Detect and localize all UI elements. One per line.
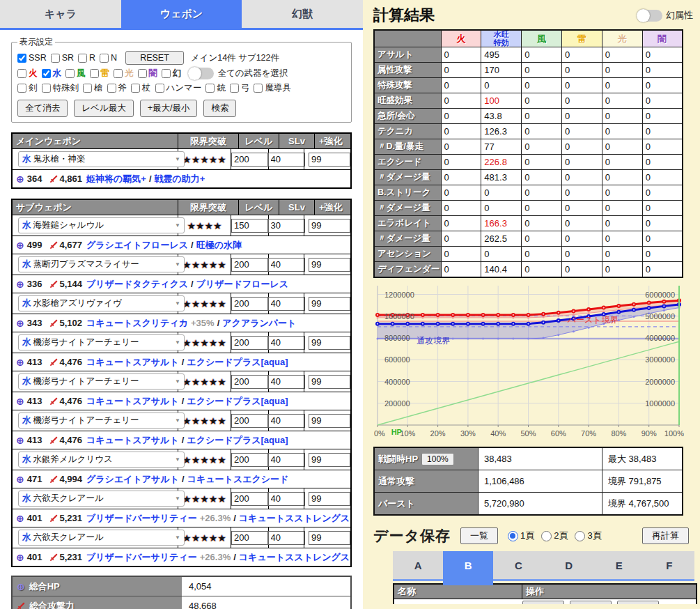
limit-break-stars[interactable]: ★★★★★	[182, 493, 226, 504]
n-checkbox[interactable]	[100, 54, 109, 63]
magic-tool-checkbox[interactable]	[254, 84, 263, 93]
level-input[interactable]	[231, 336, 268, 350]
bow-checkbox[interactable]	[230, 84, 239, 93]
weapon-select[interactable]: 水蒸断刃プラズマスライサー▼	[18, 256, 185, 272]
clear-all-button[interactable]: 全て消去	[17, 100, 68, 117]
limit-break-stars[interactable]: ★★★★★	[182, 259, 226, 270]
weapon-skill-link-2[interactable]: 旺極の水陣	[196, 239, 242, 252]
save-row-button[interactable]	[570, 601, 612, 604]
limit-break-stars[interactable]: ★★★★★	[182, 376, 226, 387]
reset-button[interactable]: RESET	[125, 51, 184, 65]
filter-type-hammer[interactable]: ハンマー	[155, 82, 202, 94]
filter-type-gun[interactable]: 銃	[205, 82, 226, 94]
wind-checkbox[interactable]	[65, 69, 75, 78]
save-slot-a[interactable]: A	[393, 551, 443, 579]
limit-break-stars[interactable]: ★★★★★	[182, 532, 226, 544]
weapon-skill-link-2[interactable]: ブリザードフローレス	[196, 278, 288, 291]
filter-element-thunder[interactable]: 雷	[90, 68, 110, 79]
plus-input[interactable]	[309, 336, 350, 350]
thunder-checkbox[interactable]	[90, 69, 99, 78]
filter-element-water[interactable]: 水	[42, 68, 62, 79]
weapon-skill-link-1[interactable]: コキュートスアサルト	[86, 395, 179, 408]
filter-type-special-sword[interactable]: 特殊剣	[42, 82, 79, 94]
hammer-checkbox[interactable]	[155, 84, 164, 93]
filter-element-fire[interactable]: 火	[17, 68, 38, 79]
weapon-select[interactable]: 水水影槍アズリヴァイヴ▼	[18, 295, 185, 311]
slv-input[interactable]	[268, 375, 305, 389]
slv-input[interactable]	[268, 531, 305, 545]
filter-rarity-sr[interactable]: SR	[51, 53, 74, 63]
filter-type-staff[interactable]: 杖	[131, 82, 151, 94]
filter-element-wind[interactable]: 風	[65, 68, 86, 79]
filter-type-magic-tool[interactable]: 魔導具	[254, 82, 291, 94]
save-row-button[interactable]	[617, 601, 659, 604]
tab-chara[interactable]: キャラ	[0, 0, 121, 28]
filter-type-bow[interactable]: 弓	[230, 82, 250, 94]
plus-input[interactable]	[309, 219, 350, 233]
r-checkbox[interactable]	[78, 54, 87, 63]
slv-input[interactable]	[268, 453, 305, 467]
level-input[interactable]	[231, 153, 268, 167]
weapon-skill-link-1[interactable]: グラシエイトフローレス	[86, 239, 188, 252]
slv-input[interactable]	[268, 297, 305, 311]
weapon-skill-link-1[interactable]: コキュートスアサルト	[86, 356, 179, 369]
battle-hp-percent-button[interactable]: 100%	[421, 453, 454, 465]
staff-checkbox[interactable]	[131, 84, 140, 93]
gun-checkbox[interactable]	[205, 84, 215, 93]
recalc-button[interactable]: 再計算	[642, 527, 689, 544]
limit-break-stars[interactable]: ★★★★	[187, 220, 221, 231]
weapon-select[interactable]: 水海難鎚シャルウル▼	[18, 217, 185, 233]
limit-break-stars[interactable]: ★★★★★	[182, 454, 226, 465]
plus-input[interactable]	[309, 414, 350, 428]
weapon-skill-link-2[interactable]: 戦霊の助力+	[155, 173, 205, 185]
plus-input[interactable]	[309, 375, 350, 389]
limit-break-stars[interactable]: ★★★★★	[182, 415, 226, 426]
weapon-select[interactable]: 水鬼氷槍・神楽▼	[18, 151, 185, 167]
save-slot-e[interactable]: E	[594, 551, 644, 579]
weapon-skill-link-1[interactable]: ブリザードバーサリティー	[86, 512, 197, 525]
level-input[interactable]	[231, 258, 268, 272]
weapon-select[interactable]: 水機澎弓ナイトアーチェリー▼	[18, 373, 185, 390]
filter-element-phantom[interactable]: 幻	[162, 68, 182, 79]
save-row-button[interactable]	[522, 601, 564, 604]
page-radio-2[interactable]	[541, 531, 552, 541]
weapon-skill-link-1[interactable]: グラシエイトアサルト	[86, 473, 179, 486]
filter-element-dark[interactable]: 闇	[138, 68, 158, 79]
level-input[interactable]	[231, 219, 268, 233]
weapon-select[interactable]: 水六欲天クレアール▼	[18, 530, 185, 546]
weapon-skill-link-2[interactable]: コキュートスエクシード	[187, 473, 289, 486]
level-input[interactable]	[231, 531, 268, 545]
plus-input[interactable]	[309, 531, 350, 545]
page-radio-1[interactable]	[508, 531, 518, 541]
limit-break-stars[interactable]: ★★★★★	[182, 298, 226, 309]
limit-break-stars[interactable]: ★★★★★	[182, 337, 226, 348]
weapon-skill-link-1[interactable]: 姫神将の覇気+	[86, 173, 146, 185]
save-slot-d[interactable]: D	[544, 551, 594, 579]
plus-input[interactable]	[309, 258, 350, 272]
level-input[interactable]	[231, 297, 268, 311]
dark-checkbox[interactable]	[138, 69, 147, 78]
weapon-select[interactable]: 水六欲天クレアール▼	[18, 491, 185, 507]
search-button[interactable]: 検索	[203, 100, 236, 117]
weapon-select[interactable]: 水機澎弓ナイトアーチェリー▼	[18, 334, 185, 350]
slv-input[interactable]	[268, 414, 305, 428]
sword-checkbox[interactable]	[17, 84, 26, 93]
level-max-button[interactable]: レベル最大	[74, 100, 133, 117]
level-input[interactable]	[231, 414, 268, 428]
phantom-attribute-toggle[interactable]	[637, 10, 662, 22]
weapon-skill-link-1[interactable]: ブリザードタクティクス	[86, 278, 188, 291]
slv-input[interactable]	[268, 492, 305, 506]
axe-checkbox[interactable]	[107, 84, 116, 93]
filter-rarity-ssr[interactable]: SSR	[17, 53, 47, 63]
light-checkbox[interactable]	[114, 69, 123, 78]
weapon-skill-link-2[interactable]: エクシードプラス[aqua]	[187, 434, 288, 447]
slv-input[interactable]	[268, 258, 305, 272]
filter-type-spear[interactable]: 槍	[83, 82, 103, 94]
save-slot-b[interactable]: B	[443, 551, 493, 579]
weapon-skill-link-1[interactable]: コキュートスアサルト	[86, 434, 179, 447]
max-min-button[interactable]: +最大/最小	[140, 100, 198, 117]
weapon-select[interactable]: 水機澎弓ナイトアーチェリー▼	[18, 413, 185, 429]
weapon-skill-link-1[interactable]: コキュートスクリティカ	[86, 317, 188, 330]
phantom-checkbox[interactable]	[162, 69, 171, 78]
special-sword-checkbox[interactable]	[42, 84, 51, 93]
